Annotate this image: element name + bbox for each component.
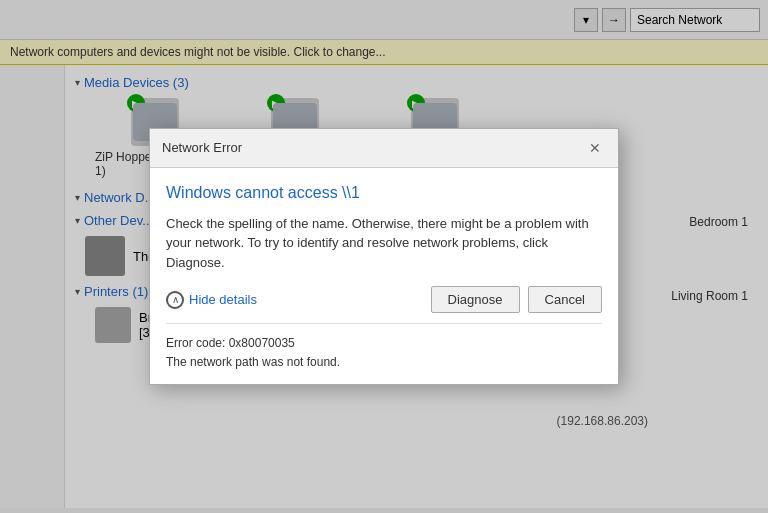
btn-row: Diagnose Cancel — [431, 286, 602, 313]
modal-close-button[interactable]: ✕ — [584, 137, 606, 159]
modal-titlebar: Network Error ✕ — [150, 129, 618, 168]
diagnose-button[interactable]: Diagnose — [431, 286, 520, 313]
modal-overlay: Network Error ✕ Windows cannot access \\… — [0, 0, 768, 513]
modal-body: Windows cannot access \\1 Check the spel… — [150, 168, 618, 385]
hide-details-label: Hide details — [189, 292, 257, 307]
modal-title: Network Error — [162, 140, 242, 155]
circle-up-icon: ∧ — [166, 291, 184, 309]
modal-actions-row: ∧ Hide details Diagnose Cancel — [166, 286, 602, 313]
cancel-button[interactable]: Cancel — [528, 286, 602, 313]
modal-error-heading: Windows cannot access \\1 — [166, 184, 602, 202]
error-code: Error code: 0x80070035 — [166, 334, 602, 353]
modal-description: Check the spelling of the name. Otherwis… — [166, 214, 602, 273]
modal-details: Error code: 0x80070035 The network path … — [166, 323, 602, 372]
hide-details-button[interactable]: ∧ Hide details — [166, 291, 257, 309]
error-detail: The network path was not found. — [166, 353, 602, 372]
network-error-modal: Network Error ✕ Windows cannot access \\… — [149, 128, 619, 386]
